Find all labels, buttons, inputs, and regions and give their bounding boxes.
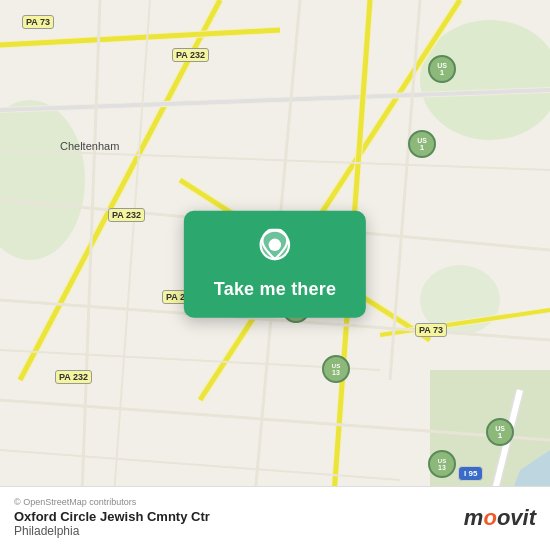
road-badge-us1-bottomright: US1 xyxy=(486,418,514,446)
map-container: Cheltenham PA 73 PA 232 US1 US1 PA 232 P… xyxy=(0,0,550,550)
road-badge-pa73-top: PA 73 xyxy=(22,15,54,29)
road-badge-pa232-top: PA 232 xyxy=(172,48,209,62)
road-badge-us13-bottom: US13 xyxy=(428,450,456,478)
road-badge-pa232-left: PA 232 xyxy=(108,208,145,222)
city-name: Philadelphia xyxy=(14,524,210,538)
info-bar: © OpenStreetMap contributors Oxford Circ… xyxy=(0,486,550,550)
road-badge-pa73-right: PA 73 xyxy=(415,323,447,337)
road-badge-us1-right: US1 xyxy=(408,130,436,158)
copyright-text: © OpenStreetMap contributors xyxy=(14,497,210,507)
location-pin-icon xyxy=(255,229,295,269)
take-me-there-card[interactable]: Take me there xyxy=(184,211,366,318)
info-bar-left: © OpenStreetMap contributors Oxford Circ… xyxy=(14,497,210,538)
moovit-dot: o xyxy=(483,505,496,530)
map-label-cheltenham: Cheltenham xyxy=(60,140,119,152)
location-name: Oxford Circle Jewish Cmnty Ctr xyxy=(14,509,210,524)
moovit-logo: moovit xyxy=(464,505,536,531)
moovit-text: moovit xyxy=(464,505,536,530)
take-me-there-button[interactable]: Take me there xyxy=(214,279,336,300)
road-badge-pa232-bottom: PA 232 xyxy=(55,370,92,384)
svg-point-33 xyxy=(269,239,281,251)
road-badge-i95: I 95 xyxy=(458,466,483,481)
road-badge-us1-topright: US1 xyxy=(428,55,456,83)
road-badge-us13-center: US13 xyxy=(322,355,350,383)
